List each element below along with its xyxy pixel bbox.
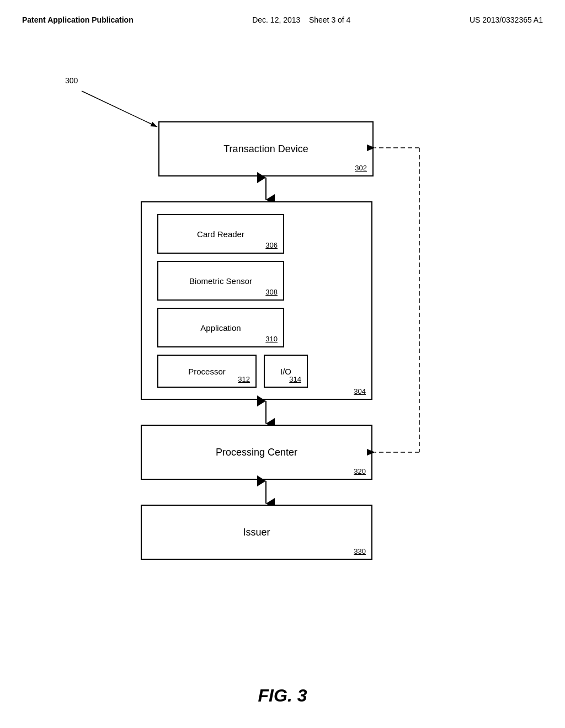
header-sheet: Sheet 3 of 4	[309, 15, 351, 24]
device-304-ref: 304	[354, 387, 366, 395]
processing-center-box: Processing Center 320	[141, 425, 372, 480]
issuer-ref: 330	[354, 547, 366, 555]
application-box: Application 310	[157, 308, 284, 347]
processing-center-ref: 320	[354, 467, 366, 475]
transaction-device-box: Transaction Device 302	[158, 121, 374, 176]
transaction-device-ref: 302	[355, 164, 367, 172]
io-ref: 314	[289, 375, 301, 383]
page-header: Patent Application Publication Dec. 12, …	[0, 0, 565, 24]
application-label: Application	[200, 323, 241, 333]
ref-300-label: 300	[65, 76, 78, 85]
application-ref: 310	[265, 335, 278, 343]
header-center: Dec. 12, 2013 Sheet 3 of 4	[252, 15, 350, 24]
io-box: I/O 314	[264, 355, 308, 388]
card-reader-ref: 306	[265, 241, 278, 249]
io-label: I/O	[280, 367, 291, 376]
header-right: US 2013/0332365 A1	[470, 15, 543, 24]
biometric-sensor-ref: 308	[265, 288, 278, 296]
transaction-device-label: Transaction Device	[223, 143, 308, 155]
card-reader-label: Card Reader	[197, 229, 244, 239]
processor-ref: 312	[238, 375, 250, 383]
header-date: Dec. 12, 2013	[252, 15, 300, 24]
biometric-sensor-box: Biometric Sensor 308	[157, 261, 284, 301]
processing-center-label: Processing Center	[216, 447, 297, 458]
issuer-box: Issuer 330	[141, 505, 372, 560]
issuer-label: Issuer	[243, 527, 270, 538]
svg-line-0	[82, 91, 157, 127]
biometric-sensor-label: Biometric Sensor	[189, 276, 252, 286]
processor-box: Processor 312	[157, 355, 257, 388]
processor-label: Processor	[188, 367, 226, 376]
diagram-area: 300 Transaction Device 302	[0, 66, 565, 673]
header-left: Patent Application Publication	[22, 15, 134, 24]
figure-caption: FIG. 3	[258, 686, 307, 706]
card-reader-box: Card Reader 306	[157, 214, 284, 254]
